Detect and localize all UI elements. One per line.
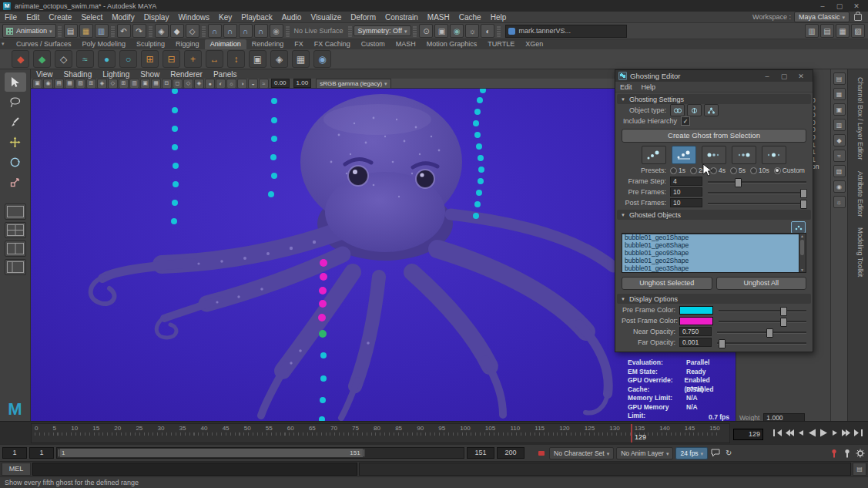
command-input[interactable]: [32, 463, 357, 476]
far-opacity-slider[interactable]: [717, 338, 806, 347]
playback-start-field[interactable]: 1: [29, 447, 54, 459]
shelf-menu-icon[interactable]: ▾: [2, 41, 5, 47]
window-minimize-button[interactable]: [814, 2, 831, 10]
ghost-preset-both-icon[interactable]: [762, 146, 786, 164]
menu-item[interactable]: Cache: [454, 13, 486, 22]
account-field[interactable]: mark.tannerVS...: [505, 25, 627, 38]
radio-icon[interactable]: [710, 167, 717, 174]
vp-motion-blur-icon[interactable]: ≈: [259, 79, 269, 89]
shelf-tab[interactable]: Rigging: [170, 39, 205, 49]
dialog-close-button[interactable]: [793, 72, 809, 80]
auto-key-icon[interactable]: [829, 448, 840, 459]
ghosted-object-item[interactable]: bubble01_geo3Shape: [622, 265, 799, 273]
sidebar-tab[interactable]: Attribute Editor: [853, 168, 864, 220]
save-scene-icon[interactable]: ▥: [95, 24, 109, 38]
playback-loop-icon[interactable]: ↻: [723, 448, 734, 459]
viewport-menu-item[interactable]: Panels: [208, 70, 243, 79]
near-opacity-slider[interactable]: [717, 327, 806, 336]
separator[interactable]: [286, 25, 290, 37]
scale-tool[interactable]: [5, 173, 26, 192]
step-back-key-button[interactable]: [783, 427, 794, 439]
window-close-button[interactable]: [848, 2, 865, 10]
viewport-menu-item[interactable]: Show: [135, 70, 165, 79]
playback-end-field[interactable]: 151: [467, 447, 494, 459]
viewport-menu-item[interactable]: Shading: [59, 70, 98, 79]
vp-grease-pencil-icon[interactable]: ◇: [108, 79, 118, 89]
shelf-tab[interactable]: Motion Graphics: [421, 39, 483, 49]
shelf-remove-inbetween-icon[interactable]: ⊟: [163, 50, 180, 68]
go-to-end-button[interactable]: [853, 427, 863, 439]
radio-icon[interactable]: [670, 167, 677, 174]
strip-layer-editor-icon[interactable]: ▦: [833, 88, 846, 100]
menu-item[interactable]: Key: [214, 13, 236, 22]
select-object-mask-icon[interactable]: ◆: [170, 24, 184, 38]
viewport-menu-item[interactable]: View: [31, 70, 59, 79]
shelf-tab[interactable]: FX Caching: [309, 39, 356, 49]
menu-item[interactable]: Select: [76, 13, 107, 22]
near-opacity-field[interactable]: 0.750: [679, 327, 712, 336]
separator[interactable]: [58, 25, 62, 37]
menu-item[interactable]: Constrain: [380, 13, 423, 22]
current-frame-field[interactable]: 129: [733, 429, 763, 440]
menu-item[interactable]: Create: [44, 13, 76, 22]
dialog-menu-item[interactable]: Help: [637, 83, 661, 91]
ghost-preset-option[interactable]: 2s: [690, 167, 705, 174]
display-options-header[interactable]: Display Options: [617, 294, 811, 304]
paint-select-tool[interactable]: [5, 113, 26, 132]
gamma-field[interactable]: 1.00: [293, 79, 312, 88]
menu-item[interactable]: MASH: [423, 13, 454, 22]
anim-snap-icon[interactable]: [842, 448, 853, 459]
vp-gate-mask-icon[interactable]: ▦: [151, 79, 161, 89]
step-forward-key-button[interactable]: [841, 427, 852, 439]
vp-safe-action-icon[interactable]: ◻: [173, 79, 183, 89]
menu-item[interactable]: Modify: [107, 13, 139, 22]
pre-frames-field[interactable]: 10: [670, 187, 702, 197]
separator[interactable]: [497, 25, 501, 37]
channel-attribute-value[interactable]: on: [812, 163, 830, 171]
render-settings-icon[interactable]: ☼: [465, 24, 479, 38]
vp-resolution-gate-icon[interactable]: ▣: [140, 79, 150, 89]
ghost-preset-option[interactable]: Custom: [774, 167, 805, 174]
live-surface-label[interactable]: No Live Surface: [294, 27, 344, 35]
pre-frames-slider[interactable]: [708, 187, 806, 197]
vp-wireframe-icon[interactable]: ◈: [194, 79, 204, 89]
window-maximize-button[interactable]: [831, 2, 848, 10]
sidebar-tab[interactable]: Channel Box / Layer Editor: [853, 74, 864, 163]
ghost-preset-option[interactable]: 5s: [730, 167, 746, 174]
open-scene-icon[interactable]: ▦: [79, 24, 93, 38]
shelf-playblast-icon[interactable]: ▣: [249, 50, 266, 68]
menu-item[interactable]: Visualize: [306, 13, 346, 22]
snap-to-plane-icon[interactable]: ∩: [254, 24, 268, 38]
command-output[interactable]: [359, 463, 851, 476]
frame-step-field[interactable]: 4: [670, 177, 702, 186]
strip-dope-icon[interactable]: ▧: [833, 165, 846, 177]
command-language-toggle[interactable]: MEL: [2, 463, 31, 476]
shelf-tab[interactable]: TURTLE: [482, 39, 520, 49]
viewport-menu-item[interactable]: Renderer: [165, 70, 208, 79]
shelf-set-key-icon[interactable]: ◆: [12, 50, 29, 68]
animation-preferences-icon[interactable]: [855, 448, 866, 459]
select-tool[interactable]: [5, 72, 26, 92]
ghost-preset-before-icon[interactable]: [702, 146, 726, 164]
fps-dropdown[interactable]: 24 fps: [675, 447, 708, 459]
ghosted-objects-list[interactable]: bubble01_geo1Shapebubble01_geo8Shapebubb…: [622, 233, 806, 273]
comment-icon[interactable]: [710, 448, 721, 459]
sidebar-tab[interactable]: Modeling Toolkit: [853, 224, 864, 280]
colorspace-dropdown[interactable]: sRGB gamma (legacy): [316, 79, 390, 89]
dialog-maximize-button[interactable]: [776, 72, 793, 80]
separator[interactable]: [111, 25, 115, 37]
separator[interactable]: [202, 25, 206, 37]
vp-2d-pan-zoom-icon[interactable]: ⊞: [86, 79, 96, 89]
refresh-ghost-list-button[interactable]: [791, 221, 806, 234]
menu-set-dropdown[interactable]: Animation: [2, 24, 56, 38]
shelf-tab[interactable]: Rendering: [246, 39, 290, 49]
separator[interactable]: [413, 25, 417, 37]
shelf-tab[interactable]: Animation: [205, 39, 246, 49]
menu-item[interactable]: Playback: [236, 13, 277, 22]
character-set-dropdown[interactable]: No Character Set: [549, 447, 614, 459]
shelf-unghost-icon[interactable]: ○: [119, 50, 137, 68]
unghost-all-button[interactable]: Unghost All: [716, 277, 807, 290]
radio-icon[interactable]: [750, 167, 757, 174]
sidebar-tool-settings-icon[interactable]: ▤: [820, 24, 834, 38]
shelf-set-key-scale-icon[interactable]: ↕: [227, 50, 245, 68]
